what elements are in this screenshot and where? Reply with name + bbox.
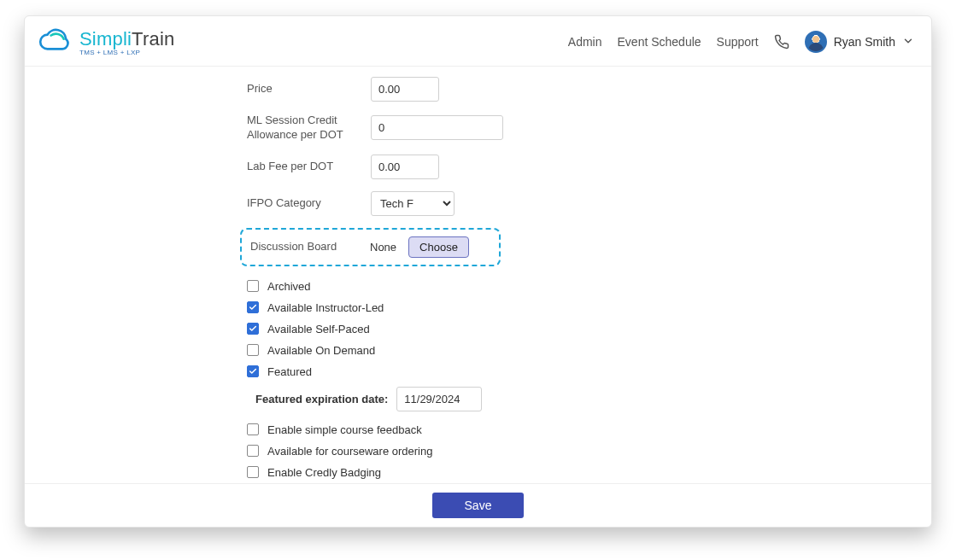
label-ml-session: ML Session Credit Allowance per DOT xyxy=(247,114,371,143)
form-area: Price ML Session Credit Allowance per DO… xyxy=(238,67,931,483)
check-feedback-row: Enable simple course feedback xyxy=(247,423,906,436)
side-spacer xyxy=(25,67,238,483)
label-price: Price xyxy=(247,82,371,96)
input-ml-session[interactable] xyxy=(371,115,503,140)
row-discussion-board: Discussion Board None Choose xyxy=(240,228,501,266)
footer: Save xyxy=(25,483,931,527)
nav-support[interactable]: Support xyxy=(717,35,759,49)
check-ondemand-row: Available On Demand xyxy=(247,344,906,357)
user-name: Ryan Smith xyxy=(834,35,895,49)
row-ml-session: ML Session Credit Allowance per DOT xyxy=(247,114,906,143)
select-ifpo[interactable]: Tech F xyxy=(371,191,455,216)
check-self[interactable] xyxy=(247,323,259,335)
check-self-row: Available Self-Paced xyxy=(247,323,906,335)
label-lab-fee: Lab Fee per DOT xyxy=(247,160,371,174)
nav: Admin Event Schedule Support Ryan Smith xyxy=(568,31,914,53)
featured-exp-row: Featured expiration date: xyxy=(255,387,906,411)
label-ifpo: IFPO Category xyxy=(247,196,371,211)
cloud-icon xyxy=(33,25,74,59)
check-credly-row: Enable Credly Badging xyxy=(247,466,906,479)
label-discussion-board: Discussion Board xyxy=(250,240,370,254)
check-credly-label: Enable Credly Badging xyxy=(267,466,381,479)
label-featured-exp: Featured expiration date: xyxy=(255,393,388,405)
check-ondemand[interactable] xyxy=(247,344,259,356)
check-feedback-label: Enable simple course feedback xyxy=(267,423,422,436)
check-ondemand-label: Available On Demand xyxy=(267,344,375,357)
check-archived[interactable] xyxy=(247,280,259,292)
choose-button[interactable]: Choose xyxy=(408,236,469,258)
save-button[interactable]: Save xyxy=(432,493,525,518)
check-ilt[interactable] xyxy=(247,301,259,313)
row-ifpo: IFPO Category Tech F xyxy=(247,191,906,216)
logo-text: SimpliTrain xyxy=(79,28,174,50)
check-ilt-label: Available Instructor-Led xyxy=(267,301,384,314)
check-ilt-row: Available Instructor-Led xyxy=(247,301,906,314)
chevron-down-icon xyxy=(902,35,914,50)
check-courseware[interactable] xyxy=(247,445,259,457)
row-lab-fee: Lab Fee per DOT xyxy=(247,155,906,179)
phone-icon[interactable] xyxy=(774,34,789,50)
input-lab-fee[interactable] xyxy=(371,155,439,179)
input-price[interactable] xyxy=(371,77,439,102)
app-window: SimpliTrain TMS + LMS + LXP Admin Event … xyxy=(24,15,932,528)
user-menu[interactable]: Ryan Smith xyxy=(805,31,914,53)
check-featured-label: Featured xyxy=(267,365,312,378)
topbar: SimpliTrain TMS + LMS + LXP Admin Event … xyxy=(25,16,931,66)
check-featured[interactable] xyxy=(247,365,259,377)
nav-schedule[interactable]: Event Schedule xyxy=(618,35,701,49)
check-courseware-row: Available for courseware ordering xyxy=(247,445,906,458)
avatar xyxy=(805,31,827,53)
row-price: Price xyxy=(247,77,906,102)
check-archived-label: Archived xyxy=(267,280,311,293)
check-self-label: Available Self-Paced xyxy=(267,323,370,335)
check-archived-row: Archived xyxy=(247,280,906,293)
content: Price ML Session Credit Allowance per DO… xyxy=(25,67,931,483)
check-feedback[interactable] xyxy=(247,423,259,435)
check-courseware-label: Available for courseware ordering xyxy=(267,445,432,458)
check-featured-row: Featured xyxy=(247,365,906,378)
nav-admin[interactable]: Admin xyxy=(568,35,602,49)
discussion-board-value: None xyxy=(370,241,396,254)
input-featured-exp[interactable] xyxy=(396,387,482,411)
logo: SimpliTrain TMS + LMS + LXP xyxy=(33,25,174,59)
check-credly[interactable] xyxy=(247,466,259,478)
